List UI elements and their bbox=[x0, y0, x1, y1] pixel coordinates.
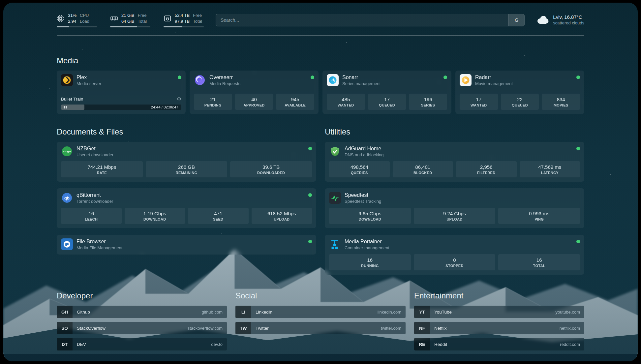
section-title-social: Social bbox=[235, 291, 406, 300]
svg-text:nzbget: nzbget bbox=[63, 150, 71, 153]
stat-wanted: 17 WANTED bbox=[460, 94, 498, 110]
service-card-nzbget[interactable]: nzbget NZBGet Usenet downloader 74 bbox=[57, 142, 316, 182]
playback-progress-bar[interactable]: 24:44 / 02:06:47 bbox=[61, 105, 181, 110]
stat-queued: 17 QUEUED bbox=[368, 94, 406, 110]
nzbget-icon: nzbget bbox=[61, 145, 73, 157]
qbittorrent-icon: qb bbox=[61, 192, 73, 204]
cpu-load-value: 2.94 bbox=[68, 18, 76, 24]
service-subtitle: Torrent downloader bbox=[76, 199, 113, 204]
radarr-icon bbox=[460, 74, 472, 86]
section-utilities: Utilities bbox=[325, 127, 584, 275]
section-media: Media bbox=[57, 56, 584, 114]
stat-download: 1.19 Gbps DOWNLOAD bbox=[125, 208, 185, 224]
disk-free-value: 52.4 TB bbox=[175, 13, 190, 18]
now-playing-title: Bullet Train bbox=[61, 97, 83, 102]
disk-total-value: 97.9 TB bbox=[175, 18, 190, 24]
service-subtitle: DNS and adblocking bbox=[345, 152, 384, 157]
bookmark-name: YouTube bbox=[430, 310, 452, 315]
bookmark-netflix[interactable]: NF Netflix netflix.com bbox=[414, 322, 584, 334]
cpu-icon bbox=[57, 15, 65, 22]
service-name: qBittorrent bbox=[76, 192, 113, 198]
stat-rate: 744.21 Mbps RATE bbox=[61, 161, 143, 177]
top-bar: 31% 2.94 CPU Load bbox=[57, 3, 584, 27]
section-title-entertainment: Entertainment bbox=[414, 291, 584, 300]
bookmark-name: Reddit bbox=[430, 342, 447, 347]
search-input[interactable] bbox=[216, 14, 508, 26]
service-name: File Browser bbox=[76, 239, 122, 245]
stat-movies: 834 MOVIES bbox=[542, 94, 580, 110]
section-social: Social LI LinkedIn linkedin.com TW Twitt… bbox=[235, 291, 406, 354]
service-card-sonarr[interactable]: Sonarr Series management 485 WANTED 17 Q… bbox=[322, 71, 451, 114]
stat-approved: 40 APPROVED bbox=[235, 94, 273, 110]
service-name: AdGuard Home bbox=[345, 146, 384, 152]
bookmark-linkedin[interactable]: LI LinkedIn linkedin.com bbox=[235, 306, 406, 318]
service-card-overseerr[interactable]: Overseerr Media Requests 21 PENDING 40 A… bbox=[190, 71, 319, 114]
cpu-widget: 31% 2.94 CPU Load bbox=[57, 13, 97, 27]
service-name: Overseerr bbox=[209, 75, 240, 80]
service-name: Media Portainer bbox=[345, 239, 389, 245]
stat-seed: 471 SEED bbox=[188, 208, 249, 224]
header-divider bbox=[57, 35, 584, 36]
adguard-shield-icon bbox=[329, 145, 341, 157]
bookmark-github[interactable]: GH Github github.com bbox=[57, 306, 227, 318]
stat-filtered: 2,956 FILTERED bbox=[456, 161, 517, 177]
disk-progress-bar bbox=[164, 26, 204, 27]
search-bar: G bbox=[216, 14, 525, 26]
bookmark-dev[interactable]: DT DEV dev.to bbox=[57, 338, 227, 350]
stat-upload: 618.52 Mbps UPLOAD bbox=[252, 208, 312, 224]
stat-ping: 0.993 ms PING bbox=[498, 208, 580, 224]
status-online-dot bbox=[576, 240, 580, 243]
service-subtitle: Movie management bbox=[475, 81, 513, 86]
memory-total-value: 64 GiB bbox=[121, 18, 135, 24]
search-provider-button[interactable]: G bbox=[508, 14, 524, 26]
bookmark-stackoverflow[interactable]: SO StackOverflow stackoverflow.com bbox=[57, 322, 227, 334]
status-online-dot bbox=[311, 76, 314, 79]
bookmark-url: linkedin.com bbox=[378, 310, 406, 315]
stat-series: 196 SERIES bbox=[409, 94, 447, 110]
bookmark-url: stackoverflow.com bbox=[188, 326, 227, 331]
service-subtitle: Speedtest Tracking bbox=[345, 199, 381, 204]
bookmark-abbr: GH bbox=[57, 306, 73, 318]
bookmark-name: LinkedIn bbox=[251, 310, 272, 315]
cpu-usage-value: 31% bbox=[68, 13, 76, 18]
pause-icon[interactable] bbox=[64, 105, 67, 110]
bookmark-reddit[interactable]: RE Reddit reddit.com bbox=[414, 338, 584, 350]
disk-total-label: Total bbox=[193, 18, 202, 24]
bookmark-name: Netflix bbox=[430, 326, 447, 331]
bookmark-url: twitter.com bbox=[381, 326, 406, 331]
section-title-developer: Developer bbox=[57, 291, 227, 300]
memory-progress-bar bbox=[110, 26, 150, 27]
service-card-adguard[interactable]: AdGuard Home DNS and adblocking 498,564 … bbox=[325, 142, 584, 182]
resource-widgets: 31% 2.94 CPU Load bbox=[57, 13, 204, 27]
bookmark-url: youtube.com bbox=[556, 310, 584, 315]
service-card-speedtest[interactable]: Speedtest Speedtest Tracking 9.65 Gbps D… bbox=[325, 188, 584, 228]
bookmark-name: StackOverflow bbox=[73, 326, 106, 331]
disk-free-label: Free bbox=[193, 13, 202, 18]
stat-upload: 9.24 Gbps UPLOAD bbox=[414, 208, 496, 224]
service-card-plex[interactable]: Plex Media server Bullet Train ⚙ bbox=[57, 71, 186, 114]
memory-total-label: Total bbox=[138, 18, 147, 24]
stat-pending: 21 PENDING bbox=[194, 94, 232, 110]
weather-widget[interactable]: Lviv, 16.87°C scattered clouds bbox=[536, 14, 584, 26]
service-card-portainer[interactable]: Media Portainer Container management 16 … bbox=[325, 235, 584, 275]
service-card-qbittorrent[interactable]: qb qBittorrent Torrent downloader bbox=[57, 188, 316, 228]
service-card-radarr[interactable]: Radarr Movie management 17 WANTED 22 QUE… bbox=[455, 71, 584, 114]
stat-queued: 22 QUEUED bbox=[501, 94, 539, 110]
weather-location: Lviv, 16.87°C bbox=[553, 14, 584, 20]
cpu-progress-bar bbox=[57, 26, 97, 27]
service-card-filebrowser[interactable]: File Browser Media File Management bbox=[57, 235, 316, 255]
memory-free-value: 21 GiB bbox=[121, 13, 135, 18]
status-online-dot bbox=[576, 147, 580, 150]
stat-blocked: 86,401 BLOCKED bbox=[393, 161, 453, 177]
playback-time: 24:44 / 02:06:47 bbox=[151, 105, 178, 110]
bookmark-youtube[interactable]: YT YouTube youtube.com bbox=[414, 306, 584, 318]
service-name: Radarr bbox=[475, 75, 513, 80]
bookmark-abbr: YT bbox=[414, 306, 430, 318]
bookmark-twitter[interactable]: TW Twitter twitter.com bbox=[235, 322, 406, 334]
section-documents-files: Documents & Files nzbget NZBGet bbox=[57, 127, 316, 275]
service-subtitle: Usenet downloader bbox=[76, 152, 113, 157]
service-subtitle: Container management bbox=[345, 245, 389, 250]
gear-icon[interactable]: ⚙ bbox=[177, 96, 181, 102]
cpu-usage-label: CPU bbox=[80, 13, 89, 18]
dashboard-window: 31% 2.94 CPU Load bbox=[3, 3, 638, 361]
